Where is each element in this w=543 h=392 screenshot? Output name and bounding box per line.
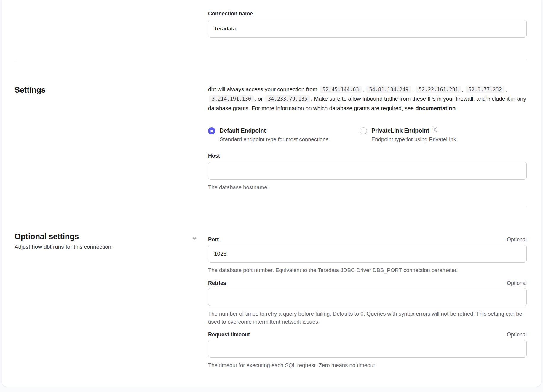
port-helper-text: The database port number. Equivalent to … bbox=[208, 266, 527, 274]
left-column-spacer bbox=[15, 10, 208, 38]
port-label: Port bbox=[208, 236, 219, 243]
host-helper-text: The database hostname. bbox=[208, 183, 527, 191]
radio-selected-icon[interactable] bbox=[208, 127, 215, 134]
port-field: Port Optional The database port number. … bbox=[208, 236, 527, 274]
settings-section: Settings dbt will always access your con… bbox=[15, 60, 527, 206]
ip-chip: 52.45.144.63 bbox=[320, 86, 362, 93]
separator: , bbox=[412, 86, 413, 92]
optional-badge: Optional bbox=[507, 279, 527, 287]
optional-settings-heading: Optional settings bbox=[15, 231, 113, 242]
retries-field: Retries Optional The number of times to … bbox=[208, 279, 527, 326]
endpoint-default-label: Default Endpoint bbox=[220, 126, 266, 135]
optional-badge: Optional bbox=[507, 236, 527, 243]
connection-name-field: Connection name bbox=[208, 10, 527, 38]
separator: , bbox=[505, 86, 507, 92]
retries-input[interactable] bbox=[208, 288, 527, 306]
chevron-down-icon bbox=[191, 235, 197, 241]
connection-settings-page: Connection name Settings dbt will always… bbox=[2, 0, 541, 387]
retries-helper-text: The number of times to retry a query bef… bbox=[208, 310, 527, 326]
collapse-toggle-button[interactable] bbox=[190, 234, 199, 243]
endpoint-option-default[interactable]: Default Endpoint Standard endpoint type … bbox=[208, 126, 360, 143]
optional-heading-column: Optional settings Adjust how dbt runs fo… bbox=[15, 231, 208, 369]
radio-unselected-icon[interactable] bbox=[360, 127, 367, 134]
settings-heading: Settings bbox=[15, 85, 208, 95]
separator-or: , or bbox=[255, 96, 263, 102]
endpoint-option-privatelink[interactable]: PrivateLink Endpoint ? Endpoint type for… bbox=[360, 126, 458, 143]
ip-chip: 52.3.77.232 bbox=[466, 86, 504, 93]
endpoint-type-radio-group: Default Endpoint Standard endpoint type … bbox=[208, 126, 527, 143]
documentation-link[interactable]: documentation bbox=[415, 105, 456, 111]
help-question-icon[interactable]: ? bbox=[432, 127, 437, 132]
host-field: Host The database hostname. bbox=[208, 152, 527, 191]
connection-name-section: Connection name bbox=[15, 10, 527, 38]
request-timeout-helper-text: The timeout for executing each SQL reque… bbox=[208, 361, 527, 369]
separator: , bbox=[362, 86, 364, 92]
period-text: . bbox=[456, 105, 457, 111]
ip-chip: 54.81.134.249 bbox=[366, 86, 411, 93]
endpoint-option-texts: PrivateLink Endpoint ? Endpoint type for… bbox=[371, 126, 458, 143]
request-timeout-input[interactable] bbox=[208, 340, 527, 358]
host-label: Host bbox=[208, 152, 527, 159]
optional-settings-subheading: Adjust how dbt runs for this connection. bbox=[15, 243, 113, 251]
optional-badge: Optional bbox=[507, 331, 527, 338]
endpoint-option-texts: Default Endpoint Standard endpoint type … bbox=[220, 126, 330, 143]
separator: , bbox=[462, 86, 463, 92]
endpoint-privatelink-description: Endpoint type for using PrivateLink. bbox=[371, 135, 458, 143]
connection-name-label: Connection name bbox=[208, 10, 527, 17]
optional-heading-texts: Optional settings Adjust how dbt runs fo… bbox=[15, 231, 113, 251]
ip-chip: 3.214.191.130 bbox=[209, 95, 254, 102]
ip-chip: 34.233.79.135 bbox=[265, 95, 310, 102]
endpoint-privatelink-label: PrivateLink Endpoint bbox=[371, 126, 429, 135]
settings-heading-column: Settings bbox=[15, 85, 208, 191]
optional-settings-section: Optional settings Adjust how dbt runs fo… bbox=[15, 206, 527, 369]
retries-label: Retries bbox=[208, 279, 226, 287]
request-timeout-field: Request timeout Optional The timeout for… bbox=[208, 331, 527, 369]
ips-intro-text: dbt will always access your connection f… bbox=[208, 86, 317, 92]
request-timeout-label: Request timeout bbox=[208, 331, 250, 338]
firewall-ips-text: dbt will always access your connection f… bbox=[208, 85, 527, 113]
settings-content-column: dbt will always access your connection f… bbox=[208, 85, 527, 191]
optional-fields-column: Port Optional The database port number. … bbox=[208, 231, 527, 369]
ip-chip: 52.22.161.231 bbox=[416, 86, 461, 93]
host-input[interactable] bbox=[208, 162, 527, 180]
port-input[interactable] bbox=[208, 245, 527, 263]
connection-name-input[interactable] bbox=[208, 20, 527, 38]
endpoint-default-description: Standard endpoint type for most connecti… bbox=[220, 135, 330, 143]
